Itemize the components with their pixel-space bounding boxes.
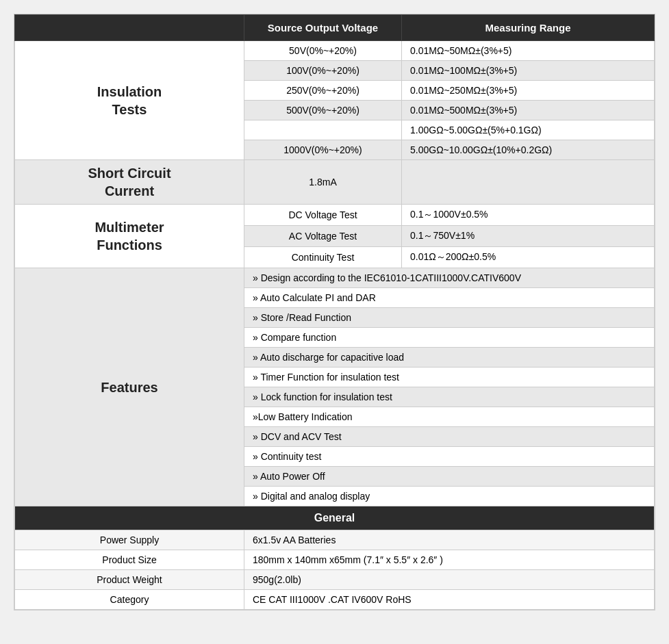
general-value-3: CE CAT III1000V .CAT IV600V RoHS — [244, 590, 655, 610]
table-header-row: Source Output Voltage Measuring Range — [15, 15, 655, 41]
insulation-voltage-5: 1000V(0%~+20%) — [244, 140, 402, 160]
features-item-3: » Compare function — [244, 328, 655, 348]
features-item-4: » Auto discharge for capacitive load — [244, 348, 655, 368]
multimeter-range-1: 0.1～750V±1% — [402, 226, 655, 247]
short-circuit-row: Short Circuit Current 1.8mA — [15, 160, 655, 205]
multimeter-test-2: Continuity Test — [244, 247, 402, 268]
insulation-voltage-2: 250V(0%~+20%) — [244, 81, 402, 101]
spec-table: Source Output Voltage Measuring Range In… — [14, 14, 655, 610]
general-row-2: Product Weight 950g(2.0lb) — [15, 570, 655, 590]
features-item-6: » Lock function for insulation test — [244, 387, 655, 407]
spec-table-wrapper: Source Output Voltage Measuring Range In… — [14, 14, 655, 610]
general-row-1: Product Size 180mm x 140mm x65mm (7.1″ x… — [15, 550, 655, 570]
insulation-range-1: 0.01MΩ~100MΩ±(3%+5) — [402, 61, 655, 81]
insulation-range-5: 5.00GΩ~10.00GΩ±(10%+0.2GΩ) — [402, 140, 655, 160]
header-col3: Measuring Range — [402, 15, 655, 41]
general-header-row: General — [15, 506, 655, 530]
insulation-voltage-4 — [244, 120, 402, 140]
general-label-1: Product Size — [15, 550, 244, 570]
features-label: Features — [15, 268, 244, 506]
insulation-voltage-0: 50V(0%~+20%) — [244, 41, 402, 61]
general-row-0: Power Supply 6x1.5v AA Batteries — [15, 530, 655, 550]
general-label-2: Product Weight — [15, 570, 244, 590]
features-item-9: » Continuity test — [244, 447, 655, 467]
insulation-range-2: 0.01MΩ~250MΩ±(3%+5) — [402, 81, 655, 101]
features-item-8: » DCV and ACV Test — [244, 427, 655, 447]
multimeter-range-2: 0.01Ω～200Ω±0.5% — [402, 247, 655, 268]
general-value-2: 950g(2.0lb) — [244, 570, 655, 590]
features-item-5: » Timer Function for insulation test — [244, 368, 655, 387]
general-label-0: Power Supply — [15, 530, 244, 550]
multimeter-label: Multimeter Functions — [15, 205, 244, 268]
insulation-label: Insulation Tests — [15, 41, 244, 160]
multimeter-row-0: Multimeter Functions DC Voltage Test 0.1… — [15, 205, 655, 226]
insulation-range-0: 0.01MΩ~50MΩ±(3%+5) — [402, 41, 655, 61]
insulation-range-3: 0.01MΩ~500MΩ±(3%+5) — [402, 101, 655, 120]
features-item-1: » Auto Calculate PI and DAR — [244, 288, 655, 308]
features-item-0: » Design according to the IEC61010-1CATI… — [244, 268, 655, 288]
general-value-1: 180mm x 140mm x65mm (7.1″ x 5.5″ x 2.6″ … — [244, 550, 655, 570]
header-col2: Source Output Voltage — [244, 15, 402, 41]
features-item-2: » Store /Read Function — [244, 308, 655, 328]
features-item-10: » Auto Power Off — [244, 467, 655, 487]
features-item-11: » Digital and analog display — [244, 487, 655, 506]
short-circuit-empty — [402, 160, 655, 205]
features-row-0: Features » Design according to the IEC61… — [15, 268, 655, 288]
insulation-range-4: 1.00GΩ~5.00GΩ±(5%+0.1GΩ) — [402, 120, 655, 140]
header-col1 — [15, 15, 244, 41]
short-circuit-value: 1.8mA — [244, 160, 402, 205]
multimeter-test-0: DC Voltage Test — [244, 205, 402, 226]
general-row-3: Category CE CAT III1000V .CAT IV600V RoH… — [15, 590, 655, 610]
insulation-row-0: Insulation Tests 50V(0%~+20%) 0.01MΩ~50M… — [15, 41, 655, 61]
insulation-voltage-3: 500V(0%~+20%) — [244, 101, 402, 120]
multimeter-test-1: AC Voltage Test — [244, 226, 402, 247]
features-item-7: »Low Battery Indication — [244, 407, 655, 427]
general-header-label: General — [15, 506, 655, 530]
insulation-voltage-1: 100V(0%~+20%) — [244, 61, 402, 81]
multimeter-range-0: 0.1～1000V±0.5% — [402, 205, 655, 226]
general-label-3: Category — [15, 590, 244, 610]
short-circuit-label: Short Circuit Current — [15, 160, 244, 205]
general-value-0: 6x1.5v AA Batteries — [244, 530, 655, 550]
